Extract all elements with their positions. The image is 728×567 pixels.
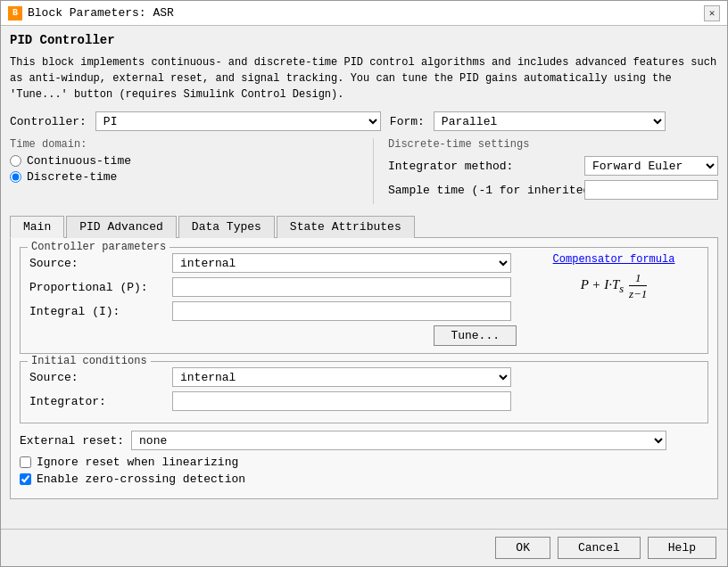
tabs-row: Main PID Advanced Data Types State Attri… [10,215,718,238]
window-icon: B [8,6,22,21]
ignore-reset-label: Ignore reset when linearizing [37,456,238,469]
title-bar: B Block Parameters: ASR ✕ [1,1,727,26]
sample-time-row: Sample time (-1 for inherited): 0.0002 [388,180,718,200]
time-domain-label: Time domain: [10,138,366,151]
integrator-method-select[interactable]: Forward Euler Backward Euler Trapezoidal [584,156,718,176]
tab-pid-advanced[interactable]: PID Advanced [66,216,177,238]
sample-time-input[interactable]: 0.0002 [584,180,718,200]
discrete-settings-label: Discrete-time settings [388,138,718,151]
integrator-value-input[interactable]: 0 [172,391,511,411]
controller-select[interactable]: PI P PD PID [95,111,381,131]
window-title: Block Parameters: ASR [28,6,174,20]
formula-display: P + I·Ts 1 z−1 [581,271,648,301]
continuous-time-label: Continuous-time [27,154,131,168]
integrator-method-row: Integrator method: Forward Euler Backwar… [388,156,718,176]
external-reset-label: External reset: [20,434,124,448]
discrete-time-label: Discrete-time [27,170,117,184]
time-domain-row: Time domain: Continuous-time Discrete-ti… [10,138,718,204]
form-select[interactable]: Parallel Ideal [434,111,666,131]
source-select[interactable]: internal external [172,253,511,273]
initial-source-select[interactable]: internal external [172,367,511,387]
controller-params-title: Controller parameters [28,241,170,253]
sample-time-label: Sample time (-1 for inherited): [388,184,584,197]
formula-area: Compensator formula P + I·Ts 1 z−1 [520,253,699,301]
params-formula-container: Source: internal external Proportional (… [29,253,699,346]
proportional-label: Proportional (P): [29,281,172,294]
ok-button[interactable]: OK [495,537,550,559]
tune-button[interactable]: Tune... [434,325,517,346]
integral-param-row: Integral (I): 2.5 [29,301,520,321]
main-window: B Block Parameters: ASR ✕ PID Controller… [0,0,728,567]
main-content: PID Controller This block implements con… [1,26,727,529]
close-button[interactable]: ✕ [704,5,720,21]
zero-crossing-label: Enable zero-crossing detection [37,472,245,486]
source-param-row: Source: internal external [29,253,520,273]
help-button[interactable]: Help [648,537,716,559]
discrete-time-radio[interactable] [10,171,21,183]
title-bar-left: B Block Parameters: ASR [8,6,174,21]
external-reset-select[interactable]: none rising falling either level level h… [131,431,666,450]
proportional-param-row: Proportional (P): 1.5 [29,277,520,297]
zero-crossing-row: Enable zero-crossing detection [20,472,708,486]
discrete-time-radio-row: Discrete-time [10,170,366,184]
initial-source-label: Source: [29,371,172,384]
tab-main[interactable]: Main [10,216,64,238]
proportional-input[interactable]: 1.5 [172,277,511,297]
integrator-value-label: Integrator: [29,395,172,408]
compensator-link[interactable]: Compensator formula [553,253,675,266]
zero-crossing-checkbox[interactable] [20,473,31,485]
controller-form-row: Controller: PI P PD PID Form: Parallel I… [10,111,718,131]
source-label: Source: [29,257,172,270]
block-description: This block implements continuous- and di… [10,54,718,103]
params-left-col: Source: internal external Proportional (… [29,253,520,346]
time-domain-col: Time domain: Continuous-time Discrete-ti… [10,138,373,204]
tab-content-main: Controller parameters Source: internal e… [10,238,718,499]
ignore-reset-checkbox[interactable] [20,456,31,468]
discrete-settings-col: Discrete-time settings Integrator method… [373,138,718,204]
block-title: PID Controller [10,33,718,47]
initial-conditions-group: Initial conditions Source: internal exte… [20,361,708,423]
controller-params-group: Controller parameters Source: internal e… [20,247,708,354]
tune-btn-row: Tune... [29,325,520,346]
form-label: Form: [390,115,425,128]
integrator-value-row: Integrator: 0 [29,391,699,411]
external-reset-row: External reset: none rising falling eith… [20,431,708,450]
controller-label: Controller: [10,115,87,128]
initial-conditions-title: Initial conditions [28,355,151,367]
ignore-reset-row: Ignore reset when linearizing [20,456,708,469]
cancel-button[interactable]: Cancel [558,537,641,559]
integrator-method-label: Integrator method: [388,160,584,173]
integral-label: Integral (I): [29,305,172,318]
continuous-time-radio[interactable] [10,155,21,167]
continuous-time-radio-row: Continuous-time [10,154,366,168]
tab-data-types[interactable]: Data Types [178,216,275,238]
tab-state-attributes[interactable]: State Attributes [277,216,415,238]
integral-input[interactable]: 2.5 [172,301,511,321]
bottom-bar: OK Cancel Help [1,529,727,566]
initial-source-row: Source: internal external [29,367,699,387]
